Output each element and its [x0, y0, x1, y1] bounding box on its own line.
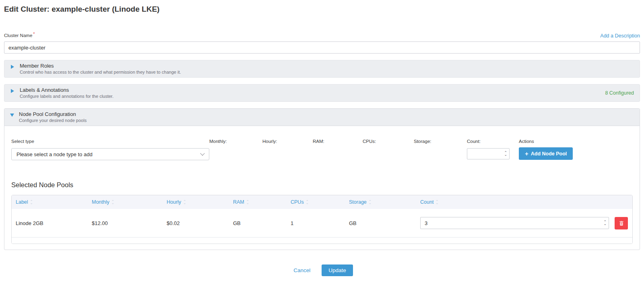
- edit-cluster-page: Edit Cluster: example-cluster (Linode LK…: [0, 0, 644, 276]
- column-header-hourly[interactable]: Hourly ⌃⌄: [163, 199, 229, 205]
- pool-hourly-cell: $0.02: [163, 220, 229, 226]
- count-stepper: ⌃ ⌄: [467, 148, 510, 159]
- pool-count-input[interactable]: [421, 217, 609, 229]
- sort-icon: ⌃⌄: [369, 200, 372, 204]
- node-type-select-value: Please select a node type to add: [17, 151, 93, 157]
- sort-icon: ⌃⌄: [246, 200, 249, 204]
- configured-count-badge: 8 Configured: [605, 90, 634, 96]
- sort-icon: ⌃⌄: [111, 200, 114, 204]
- member-roles-accordion[interactable]: Member Roles Control who has access to t…: [4, 60, 640, 78]
- selected-node-pools-table: Label ⌃⌄ Monthly ⌃⌄ Hourly ⌃⌄ RAM ⌃⌄: [11, 195, 633, 244]
- add-node-pool-button[interactable]: + Add Node Pool: [519, 147, 573, 160]
- pool-count-cell: ⌃ ⌄: [416, 217, 609, 229]
- node-type-select-group: Select type Please select a node type to…: [11, 139, 209, 160]
- cluster-name-label-row: Cluster Name* Add a Description: [4, 31, 640, 39]
- sort-icon: ⌃⌄: [436, 200, 438, 204]
- add-node-pool-button-label: Add Node Pool: [531, 151, 567, 157]
- delete-pool-button[interactable]: [615, 217, 628, 229]
- count-label: Count:: [467, 139, 519, 144]
- pool-cpus-cell: 1: [287, 220, 345, 226]
- chevron-down-icon: [200, 151, 204, 155]
- member-roles-title: Member Roles: [20, 63, 181, 69]
- actions-column: Actions + Add Node Pool: [519, 139, 573, 160]
- labels-annotations-accordion[interactable]: Labels & Annotations Configure labels an…: [4, 84, 640, 102]
- add-description-link[interactable]: Add a Description: [600, 33, 640, 39]
- column-header-ram[interactable]: RAM ⌃⌄: [229, 199, 287, 205]
- sort-icon: ⌃⌄: [30, 200, 33, 204]
- node-pool-configuration-subtitle: Configure your desired node pools: [19, 118, 87, 123]
- update-button[interactable]: Update: [322, 264, 353, 276]
- pool-monthly-cell: $12.00: [88, 220, 163, 226]
- triangle-right-icon: [11, 89, 14, 93]
- triangle-down-icon: [10, 114, 14, 117]
- column-header-cpus[interactable]: CPUs ⌃⌄: [287, 199, 345, 205]
- table-footer-spacer: [12, 237, 632, 244]
- table-header-row: Label ⌃⌄ Monthly ⌃⌄ Hourly ⌃⌄ RAM ⌃⌄: [12, 195, 632, 209]
- cancel-button[interactable]: Cancel: [291, 267, 313, 274]
- storage-column: Storage:: [414, 139, 467, 144]
- node-pool-configuration-accordion[interactable]: Node Pool Configuration Configure your d…: [4, 109, 640, 126]
- cluster-name-label-group: Cluster Name*: [4, 31, 35, 39]
- ram-column: RAM:: [313, 139, 363, 144]
- labels-annotations-header: Labels & Annotations Configure labels an…: [10, 87, 114, 99]
- triangle-right-icon: [11, 65, 14, 69]
- sort-icon: ⌃⌄: [183, 200, 186, 204]
- number-spinner-icon[interactable]: ⌃ ⌄: [603, 221, 607, 225]
- pool-storage-cell: GB: [345, 220, 416, 226]
- cluster-name-input[interactable]: [4, 41, 640, 54]
- plus-icon: +: [525, 150, 528, 157]
- page-title: Edit Cluster: example-cluster (Linode LK…: [4, 5, 640, 14]
- labels-annotations-title: Labels & Annotations: [20, 87, 114, 93]
- node-pool-configuration-title: Node Pool Configuration: [19, 111, 87, 118]
- column-header-label[interactable]: Label ⌃⌄: [12, 199, 88, 205]
- cpus-column: CPUs:: [363, 139, 414, 144]
- number-spinner-icon[interactable]: ⌃ ⌄: [504, 152, 507, 156]
- column-header-monthly[interactable]: Monthly ⌃⌄: [88, 199, 163, 205]
- required-asterisk: *: [33, 31, 35, 36]
- actions-label: Actions: [519, 139, 573, 144]
- add-node-pool-toolbar: Select type Please select a node type to…: [11, 139, 633, 160]
- caret-down-icon: ⌄: [504, 154, 507, 156]
- monthly-column: Monthly:: [209, 139, 262, 144]
- cpus-label: CPUs:: [363, 139, 414, 144]
- node-pool-configuration-section: Node Pool Configuration Configure your d…: [4, 108, 640, 250]
- table-row: Linode 2GB $12.00 $0.02 GB 1 GB ⌃ ⌄: [12, 209, 632, 237]
- pool-actions-cell: [609, 217, 632, 229]
- member-roles-subtitle: Control who has access to the cluster an…: [20, 70, 181, 74]
- ram-label: RAM:: [313, 139, 363, 144]
- monthly-label: Monthly:: [209, 139, 262, 144]
- hourly-column: Hourly:: [262, 139, 313, 144]
- form-footer: Cancel Update: [4, 264, 640, 276]
- cluster-name-label: Cluster Name: [4, 33, 32, 38]
- selected-node-pools-heading: Selected Node Pools: [11, 181, 633, 189]
- column-header-count[interactable]: Count ⌃⌄: [416, 199, 609, 205]
- count-input[interactable]: [467, 149, 509, 159]
- node-type-select[interactable]: Please select a node type to add: [11, 148, 209, 160]
- caret-down-icon: ⌄: [603, 223, 607, 225]
- column-header-storage[interactable]: Storage ⌃⌄: [345, 199, 416, 205]
- hourly-label: Hourly:: [262, 139, 313, 144]
- select-type-label: Select type: [11, 139, 209, 144]
- labels-annotations-subtitle: Configure labels and annotations for the…: [20, 94, 114, 99]
- storage-label: Storage:: [414, 139, 467, 144]
- trash-icon: [619, 220, 624, 226]
- pool-label-cell: Linode 2GB: [12, 220, 88, 226]
- count-column: Count: ⌃ ⌄: [467, 139, 519, 159]
- pool-ram-cell: GB: [229, 220, 287, 226]
- member-roles-header: Member Roles Control who has access to t…: [10, 63, 181, 74]
- pool-count-stepper: ⌃ ⌄: [420, 217, 609, 229]
- node-pool-configuration-body: Select type Please select a node type to…: [4, 126, 640, 250]
- sort-icon: ⌃⌄: [306, 200, 309, 204]
